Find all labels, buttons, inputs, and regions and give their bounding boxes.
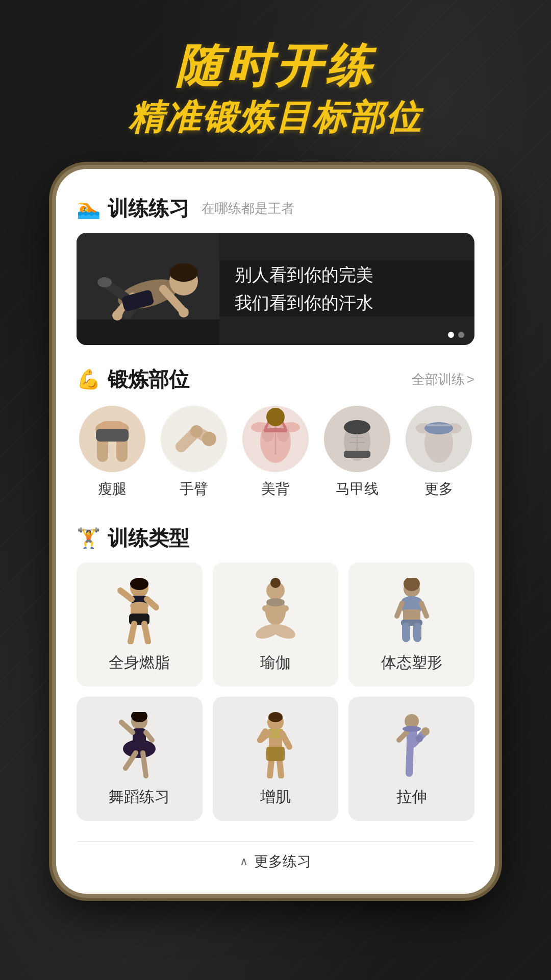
arms-icon xyxy=(161,406,227,472)
svg-point-8 xyxy=(97,277,112,287)
more-icon xyxy=(406,406,472,472)
body-part-back[interactable]: 美背 xyxy=(240,406,311,499)
muscle-build-card[interactable]: 增肌 xyxy=(213,697,339,821)
svg-line-59 xyxy=(144,624,148,642)
svg-line-83 xyxy=(146,732,152,740)
header-title-2: 精准锻炼目标部位 xyxy=(0,96,551,138)
body-part-slim-legs[interactable]: 瘦腿 xyxy=(77,406,148,499)
back-image xyxy=(242,406,309,472)
body-part-more[interactable]: 更多 xyxy=(403,406,474,499)
svg-point-103 xyxy=(403,726,421,732)
slim-legs-label: 瘦腿 xyxy=(98,479,127,499)
full-body-fat-card[interactable]: 全身燃脂 xyxy=(77,562,203,687)
training-types-section: 🏋 训练类型 xyxy=(77,524,474,821)
fat-burn-figure xyxy=(111,578,167,644)
stretch-label: 拉伸 xyxy=(396,787,427,807)
svg-point-4 xyxy=(169,263,198,282)
banner-dot-2 xyxy=(458,332,464,338)
banner-image xyxy=(77,233,219,345)
body-shaping-image xyxy=(384,578,440,644)
banner-line-1: 别人看到你的完美 xyxy=(235,261,459,288)
body-part-arms[interactable]: 手臂 xyxy=(158,406,230,499)
yoga-label: 瑜伽 xyxy=(260,652,291,673)
arms-image xyxy=(161,406,227,472)
banner-dot-1 xyxy=(448,332,454,338)
svg-point-48 xyxy=(424,422,453,434)
svg-point-67 xyxy=(266,598,285,606)
all-training-link[interactable]: 全部训练 > xyxy=(412,371,474,388)
body-shaping-card[interactable]: 体态塑形 xyxy=(348,562,474,687)
dance-label: 舞蹈练习 xyxy=(109,787,170,807)
training-types-title: 训练类型 xyxy=(108,524,189,552)
svg-point-12 xyxy=(179,307,189,317)
body-parts-title: 锻炼部位 xyxy=(108,365,189,394)
svg-rect-95 xyxy=(266,747,285,761)
svg-point-30 xyxy=(262,426,274,442)
yoga-image xyxy=(247,578,304,644)
dance-image xyxy=(111,712,167,778)
svg-point-23 xyxy=(190,425,203,437)
svg-point-51 xyxy=(130,578,148,590)
body-part-abs[interactable]: 马甲线 xyxy=(321,406,393,499)
dance-card[interactable]: 舞蹈练习 xyxy=(77,697,203,821)
phone-frame: 🏊 训练练习 在哪练都是王者 xyxy=(56,169,495,894)
banner-dots xyxy=(448,332,464,338)
muscle-label: 增肌 xyxy=(260,787,291,807)
more-exercises-bar[interactable]: ∧ 更多练习 xyxy=(77,841,474,887)
body-shaping-label: 体态塑形 xyxy=(381,652,442,673)
yoga-figure xyxy=(247,578,304,644)
muscle-figure xyxy=(247,712,304,778)
svg-point-101 xyxy=(416,735,423,742)
training-bottom-row: 舞蹈练习 xyxy=(77,697,474,821)
svg-point-87 xyxy=(268,712,283,722)
header: 随时开练 精准锻炼目标部位 xyxy=(0,0,551,159)
svg-line-102 xyxy=(399,732,407,740)
training-types-header: 🏋 训练类型 xyxy=(77,524,474,552)
svg-rect-74 xyxy=(402,623,410,642)
svg-point-38 xyxy=(344,420,370,434)
fat-burn-label: 全身燃脂 xyxy=(109,652,170,673)
svg-rect-43 xyxy=(344,451,370,458)
svg-line-58 xyxy=(131,624,134,642)
back-icon xyxy=(242,406,309,472)
svg-point-24 xyxy=(202,432,216,446)
more-label: 更多 xyxy=(424,479,453,499)
training-section-title: 训练练习 xyxy=(108,194,189,223)
training-section-subtitle: 在哪练都是王者 xyxy=(202,200,294,217)
arms-label: 手臂 xyxy=(180,479,208,499)
svg-point-100 xyxy=(421,727,430,736)
svg-rect-19 xyxy=(96,429,129,442)
svg-point-31 xyxy=(277,426,289,442)
abs-icon xyxy=(324,406,390,472)
fat-burn-image xyxy=(111,578,167,644)
svg-line-98 xyxy=(409,744,410,773)
more-image xyxy=(406,406,472,472)
more-arrow-icon: ∧ xyxy=(240,855,248,868)
training-section-header: 🏊 训练练习 在哪练都是王者 xyxy=(77,194,474,223)
body-shaping-figure xyxy=(384,578,440,644)
svg-rect-75 xyxy=(413,623,421,642)
body-parts-header: 💪 锻炼部位 全部训练 > xyxy=(77,365,474,394)
body-parts-row: 瘦腿 手臂 xyxy=(77,406,474,499)
svg-rect-34 xyxy=(264,428,287,432)
athlete-figure xyxy=(77,233,219,345)
stretch-image xyxy=(384,712,440,778)
svg-line-76 xyxy=(397,603,402,616)
training-top-row: 全身燃脂 xyxy=(77,562,474,687)
promo-banner[interactable]: 别人看到你的完美 我们看到你的汗水 xyxy=(77,233,474,345)
svg-point-61 xyxy=(270,578,281,588)
svg-line-92 xyxy=(282,733,289,747)
body-parts-title-area: 💪 锻炼部位 xyxy=(77,365,189,394)
muscle-icon: 💪 xyxy=(77,368,101,390)
banner-text-area: 别人看到你的完美 我们看到你的汗水 xyxy=(219,261,474,316)
muscle-image xyxy=(247,712,304,778)
svg-rect-1 xyxy=(77,320,219,345)
svg-line-82 xyxy=(121,722,133,732)
kettlebell-icon: 🏋 xyxy=(77,527,101,549)
swimming-icon: 🏊 xyxy=(77,197,101,219)
svg-point-42 xyxy=(356,448,359,451)
stretch-card[interactable]: 拉伸 xyxy=(348,697,474,821)
yoga-card[interactable]: 瑜伽 xyxy=(213,562,339,687)
svg-point-35 xyxy=(266,408,285,426)
more-exercises-text: 更多练习 xyxy=(254,852,311,871)
